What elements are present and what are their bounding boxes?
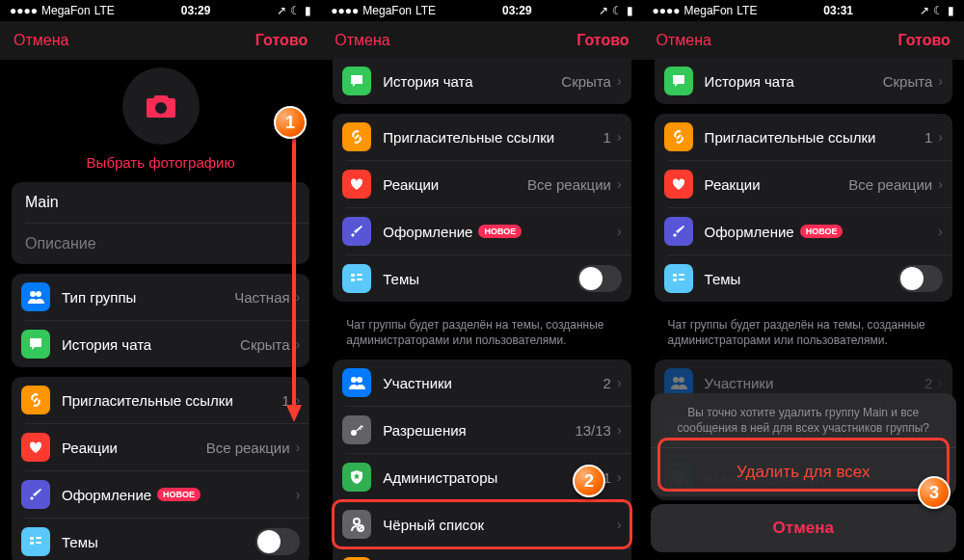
chat-history-row[interactable]: История чата Скрыта › (655, 58, 952, 104)
carrier-label: MegaFon (41, 4, 91, 17)
topics-row[interactable]: Темы (333, 255, 630, 302)
svg-rect-4 (30, 542, 34, 545)
brush-icon (664, 217, 693, 246)
row-label: История чата (383, 73, 561, 90)
group-settings-card: Тип группы Частная › История чата Скрыта… (12, 274, 309, 367)
row-label: Реакции (62, 440, 206, 456)
chevron-right-icon: › (617, 469, 622, 485)
brush-icon (21, 480, 50, 509)
reactions-row[interactable]: Реакции Все реакции › (333, 161, 630, 207)
options-card: Пригласительные ссылки 1 › Реакции Все р… (12, 377, 309, 560)
battery-icon: ▮ (948, 4, 954, 17)
arrow-icon: ↗ (599, 4, 608, 17)
members-row[interactable]: Участники 2 › (333, 360, 630, 406)
row-value: 1 (924, 129, 932, 146)
done-button[interactable]: Готово (897, 32, 950, 49)
status-bar: ●●●● MegaFon LTE 03:29 ↗ ☾ ▮ (0, 0, 321, 21)
blacklist-row[interactable]: Чёрный список › (333, 501, 630, 547)
network-label: LTE (415, 4, 436, 17)
svg-rect-19 (673, 279, 677, 281)
chevron-right-icon: › (617, 375, 622, 390)
recent-actions-row[interactable]: Недавние действия › (333, 548, 630, 560)
arrow-icon: ↗ (920, 4, 929, 17)
group-name-input[interactable] (12, 182, 309, 223)
appearance-row[interactable]: Оформление НОВОЕ › (333, 208, 630, 254)
svg-point-22 (673, 377, 679, 383)
network-label: LTE (94, 4, 115, 17)
svg-rect-7 (351, 274, 355, 277)
clock: 03:29 (502, 4, 532, 17)
done-button[interactable]: Готово (576, 32, 629, 49)
topics-footer-text: Чат группы будет разделён на темы, созда… (655, 311, 952, 360)
history-card: История чата Скрыта › (655, 58, 952, 104)
invite-links-row[interactable]: Пригласительные ссылки 1 › (655, 114, 952, 160)
topics-row[interactable]: Темы (655, 255, 952, 302)
row-label: Темы (705, 271, 898, 287)
action-sheet-cancel-button[interactable]: Отмена (651, 504, 956, 552)
done-button[interactable]: Готово (255, 32, 308, 49)
choose-photo-button[interactable]: Выбрать фотографию (12, 154, 309, 171)
cancel-button[interactable]: Отмена (335, 32, 389, 49)
chevron-right-icon: › (617, 422, 622, 438)
step-1-badge: 1 (274, 106, 307, 139)
topics-toggle[interactable] (255, 528, 300, 555)
cancel-button[interactable]: Отмена (13, 32, 68, 49)
status-bar: ●●●● MegaFon LTE 03:29 ↗ ☾ ▮ (321, 0, 642, 21)
svg-line-16 (359, 526, 362, 530)
carrier-label: MegaFon (684, 4, 734, 17)
svg-point-12 (357, 377, 362, 383)
row-label: Темы (383, 271, 576, 287)
group-description-input[interactable] (12, 224, 309, 264)
cancel-button[interactable]: Отмена (656, 32, 711, 49)
permissions-row[interactable]: Разрешения 13/13 › (333, 407, 630, 453)
topics-toggle[interactable] (898, 265, 943, 292)
new-badge: НОВОЕ (157, 488, 201, 501)
row-label: Пригласительные ссылки (62, 392, 281, 409)
signal-icon: ●●●● (10, 4, 38, 17)
topics-toggle[interactable] (577, 265, 622, 292)
chevron-right-icon: › (617, 224, 622, 239)
status-bar: ●●●● MegaFon LTE 03:31 ↗ ☾ ▮ (643, 0, 964, 21)
members-icon (342, 368, 371, 397)
network-label: LTE (736, 4, 757, 17)
chevron-right-icon: › (617, 73, 622, 89)
svg-rect-6 (36, 542, 41, 544)
delete-for-all-button[interactable]: Удалить для всех (651, 448, 956, 496)
row-label: Пригласительные ссылки (383, 129, 602, 146)
moon-icon: ☾ (290, 4, 301, 17)
svg-rect-21 (679, 279, 684, 280)
svg-point-1 (30, 291, 36, 297)
nav-bar: Отмена Готово (643, 21, 964, 60)
group-type-row[interactable]: Тип группы Частная › (12, 274, 309, 320)
group-photo-button[interactable] (122, 67, 200, 145)
history-icon (342, 67, 371, 95)
step-3-badge: 3 (918, 476, 951, 509)
invite-links-row[interactable]: Пригласительные ссылки 1 › (12, 377, 309, 423)
row-value: Скрыта (883, 73, 933, 90)
history-icon (21, 330, 50, 359)
battery-icon: ▮ (305, 4, 311, 17)
appearance-row[interactable]: Оформление НОВОЕ › (12, 471, 309, 518)
svg-point-2 (36, 291, 41, 297)
heart-icon (21, 433, 50, 462)
admin-card: Участники 2 › Разрешения 13/13 › Админис… (333, 360, 630, 560)
reactions-row[interactable]: Реакции Все реакции › (12, 424, 309, 470)
svg-point-11 (351, 377, 357, 383)
scroll-arrow (285, 133, 303, 422)
brush-icon (342, 217, 371, 246)
svg-point-14 (354, 519, 360, 524)
chevron-right-icon: › (938, 224, 943, 239)
chat-history-row[interactable]: История чата Скрыта › (333, 58, 630, 104)
topics-row[interactable]: Темы (12, 519, 309, 560)
arrow-icon: ↗ (277, 4, 286, 17)
row-value: Все реакции (848, 176, 932, 193)
moon-icon: ☾ (612, 4, 623, 17)
appearance-row[interactable]: Оформление НОВОЕ › (655, 208, 952, 254)
key-icon (342, 415, 371, 444)
invite-links-row[interactable]: Пригласительные ссылки 1 › (333, 114, 630, 160)
chat-history-row[interactable]: История чата Скрыта › (12, 321, 309, 367)
row-label: Пригласительные ссылки (705, 129, 924, 146)
row-value: Все реакции (206, 440, 290, 456)
reactions-row[interactable]: Реакции Все реакции › (655, 161, 952, 207)
chevron-right-icon: › (617, 129, 622, 145)
